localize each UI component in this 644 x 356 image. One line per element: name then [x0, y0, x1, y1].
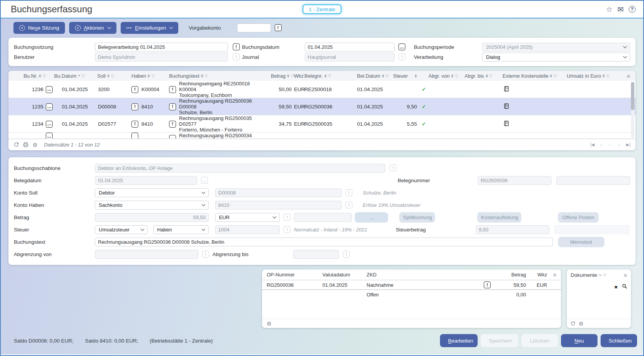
- favorite-star-icon[interactable]: ☆: [606, 6, 612, 13]
- row-edit-button[interactable]: …: [46, 86, 53, 93]
- pages-dots-icon[interactable]: ···: [608, 143, 612, 147]
- dokumente-panel: Dokumente ▽ ≡ ★ ⚙: [567, 269, 631, 328]
- mail-icon[interactable]: ✉: [617, 6, 624, 13]
- next-page-icon[interactable]: ›: [619, 143, 620, 147]
- text-lookup-button[interactable]: !: [169, 121, 176, 128]
- op-check-icon: ✓: [419, 87, 428, 92]
- row-edit-button[interactable]: …: [46, 103, 53, 110]
- col-wkz[interactable]: Wkz: [294, 73, 304, 79]
- offene-posten-button[interactable]: Offene Posten: [558, 212, 599, 223]
- col-abgr-von[interactable]: Abgr. von▽: [428, 73, 465, 79]
- memotext-button[interactable]: Memotext: [558, 237, 604, 247]
- grid-scrollbar-thumb[interactable]: [631, 82, 634, 110]
- op-col-betrag[interactable]: Betrag: [484, 272, 526, 278]
- table-row-selected[interactable]: 1235 … 01.04.2025 D00008 !8410 !Rechnung…: [8, 98, 636, 115]
- col-soll[interactable]: Soll▽: [97, 73, 122, 79]
- buchungsschablone-input: [95, 164, 385, 173]
- help-icon[interactable]: ?: [629, 6, 636, 13]
- settings-button[interactable]: ••• Einstellungen: [121, 22, 179, 34]
- steuerart-select[interactable]: Umsatzsteuer: [95, 225, 148, 234]
- grid-scrollbar[interactable]: [631, 82, 634, 138]
- op-row[interactable]: RG2500036 01.04.2025 Nachnahme ! 59,50 E…: [262, 280, 561, 290]
- col-bu-datum[interactable]: Bu.Datum▽: [54, 73, 97, 79]
- dokumente-menu-icon[interactable]: ≡: [624, 272, 627, 278]
- kostenaufteilung-button[interactable]: Kostenaufteilung: [477, 212, 521, 223]
- vorgabekonto-lookup-button[interactable]: !: [275, 24, 282, 31]
- row-edit-button[interactable]: …: [46, 133, 53, 139]
- gear-icon[interactable]: ⚙: [267, 321, 272, 326]
- konto-soll-type-select[interactable]: Debitor: [95, 188, 209, 197]
- favorite-icon[interactable]: ★: [614, 284, 618, 290]
- bearbeiten-button[interactable]: Bearbeiten: [440, 334, 478, 347]
- steuer-info: Normalsatz - Inland - 19% - 2021: [294, 227, 396, 233]
- neu-button[interactable]: Neu: [561, 334, 598, 347]
- table-row[interactable]: 1234 … 01.04.2025 D02577 !8410 !Rechnung…: [8, 115, 636, 133]
- table-row[interactable]: 1236 … 01.04.2025 3200 !K00004 !Rechnung…: [8, 81, 636, 98]
- steuerseite-select[interactable]: Haben: [153, 225, 209, 234]
- search-icon[interactable]: [622, 283, 627, 290]
- filter-icon: ▽: [205, 74, 208, 78]
- col-buchungstext[interactable]: Buchungstext▽: [163, 73, 265, 79]
- col-bel-datum[interactable]: Bel.Datum▽: [354, 73, 393, 79]
- vorgabekonto-input[interactable]: [237, 23, 271, 32]
- buchungssitzung-lookup-button[interactable]: !: [233, 43, 240, 50]
- filter-icon: ▽: [455, 74, 458, 78]
- filter-icon: ▽: [328, 74, 331, 78]
- col-abgr-bis[interactable]: Abgr. bis▽: [465, 73, 503, 79]
- gear-icon[interactable]: ⚙: [33, 142, 38, 148]
- document-icon[interactable]: [503, 121, 567, 127]
- refresh-icon[interactable]: [571, 321, 575, 326]
- buchungssitzung-input[interactable]: [95, 43, 228, 52]
- grid-menu-icon[interactable]: ≡: [617, 73, 630, 79]
- filter-icon[interactable]: ▽: [603, 273, 606, 277]
- document-icon[interactable]: [503, 103, 567, 110]
- schliessen-button[interactable]: Schließen: [601, 334, 637, 347]
- col-umsatz-euro[interactable]: Umsatz in Euro▽: [567, 73, 617, 79]
- konto-haben-type-select[interactable]: Sachkonto: [95, 201, 209, 210]
- haben-lookup-button[interactable]: [131, 133, 138, 139]
- waehrung-select[interactable]: EUR: [215, 213, 280, 222]
- gear-icon[interactable]: ⚙: [579, 321, 584, 326]
- zkd-lookup-button[interactable]: !: [484, 281, 491, 288]
- document-icon[interactable]: [503, 86, 567, 93]
- op-col-zkd[interactable]: ZKD: [367, 272, 484, 278]
- col-betrag[interactable]: Betrag▽: [265, 73, 294, 79]
- op-row[interactable]: Offen 0,00: [262, 290, 561, 299]
- row-edit-button[interactable]: …: [46, 121, 53, 128]
- table-row-partial[interactable]: … Rechnungsausgang RG2500034 D02577: [8, 133, 636, 139]
- text-lookup-button[interactable]: !: [169, 86, 176, 93]
- verarbeitung-select[interactable]: Dialog: [482, 53, 630, 62]
- buchungsdatum-picker-button[interactable]: …: [398, 43, 405, 50]
- prev-page-icon[interactable]: ‹: [601, 143, 602, 147]
- col-steuer[interactable]: Steuer: [393, 73, 419, 79]
- new-session-button[interactable]: + Neue Sitzung: [13, 22, 65, 34]
- haben-lookup-button[interactable]: !: [131, 103, 138, 110]
- text-lookup-button[interactable]: [169, 135, 176, 139]
- op-col-wkz[interactable]: Wkz: [526, 272, 547, 278]
- haben-lookup-button[interactable]: !: [131, 86, 138, 93]
- refresh-icon[interactable]: [14, 142, 19, 147]
- dokumente-title[interactable]: Dokumente: [571, 272, 597, 278]
- op-col-valutadatum[interactable]: Valutadatum: [322, 272, 367, 278]
- text-lookup-button[interactable]: !: [169, 103, 176, 110]
- haben-lookup-button[interactable]: !: [131, 121, 138, 128]
- buchungstext-input[interactable]: [95, 238, 553, 246]
- buchungsperiode-select[interactable]: 2025004 (April 2025): [482, 43, 630, 52]
- last-page-icon[interactable]: ▶: [626, 142, 630, 147]
- splitbuchung-button[interactable]: Splitbuchung: [399, 212, 435, 223]
- op-menu-icon[interactable]: ≡: [547, 271, 556, 278]
- actions-button[interactable]: ✓ Aktionen: [69, 22, 116, 34]
- col-ext-kostenstelle[interactable]: Externe Kostenstelle▽: [503, 73, 567, 79]
- col-bu-nr[interactable]: Bu.Nr.▽: [14, 73, 46, 79]
- col-belegnr[interactable]: Belegnr.▽: [304, 73, 354, 79]
- chevron-down-icon[interactable]: [599, 273, 602, 276]
- col-haben[interactable]: Haben▽: [122, 73, 163, 79]
- buchungsdatum-input[interactable]: [305, 43, 395, 52]
- op-col-nummer[interactable]: OP-Nummer: [267, 272, 322, 278]
- print-icon[interactable]: [23, 142, 28, 147]
- cell-belegnr: RE2500018: [304, 87, 354, 92]
- mandant-badge[interactable]: 1 - Zentrale: [302, 5, 341, 14]
- first-page-icon[interactable]: ◀: [591, 142, 594, 147]
- cell-buchungstext: Rechnungsausgang RG2500035 D02577Forterr…: [179, 115, 265, 133]
- more-button[interactable]: ...: [355, 212, 388, 223]
